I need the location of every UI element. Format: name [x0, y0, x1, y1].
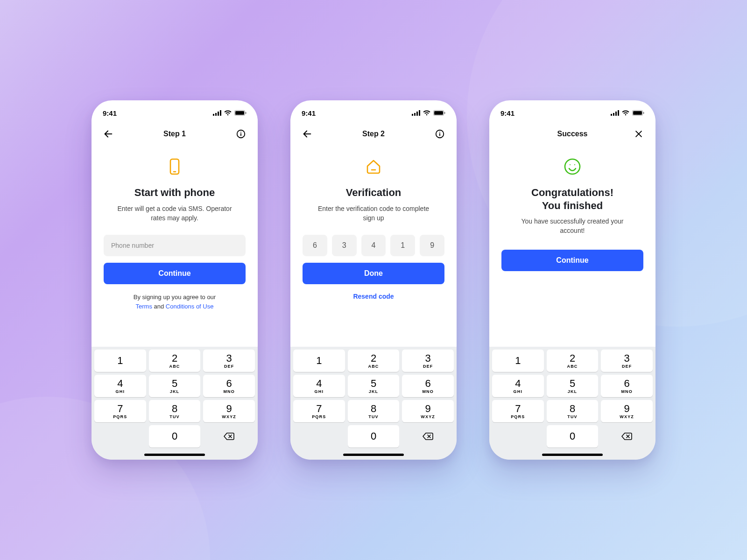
svg-rect-6: [246, 112, 247, 114]
subtext: Enter the verification code to complete …: [313, 204, 434, 223]
legal-prefix: By signing up you agree to our: [134, 294, 216, 301]
wifi-icon: [224, 110, 232, 116]
key-1[interactable]: 1: [94, 350, 146, 372]
nav-bar: Success: [489, 119, 655, 144]
svg-rect-34: [633, 111, 642, 115]
nav-bar: Step 1: [92, 119, 258, 144]
key-9[interactable]: 9WXYZ: [402, 400, 454, 422]
info-button[interactable]: [234, 127, 247, 140]
svg-rect-20: [434, 111, 443, 115]
key-7[interactable]: 7PQRS: [492, 400, 544, 422]
key-3[interactable]: 3DEF: [402, 350, 454, 372]
key-9[interactable]: 9WXYZ: [203, 400, 255, 422]
cellular-icon: [412, 110, 420, 116]
svg-point-38: [565, 159, 580, 174]
legal-mid: and: [152, 303, 166, 310]
back-button[interactable]: [102, 127, 115, 140]
heading: Start with phone: [134, 186, 215, 199]
conditions-link[interactable]: Conditions of Use: [166, 303, 214, 310]
key-delete[interactable]: [203, 425, 255, 448]
battery-icon: [433, 110, 445, 116]
heading: Congratulations! You finished: [531, 186, 613, 212]
key-0[interactable]: 0: [348, 425, 400, 448]
key-8[interactable]: 8TUV: [348, 400, 400, 422]
key-0[interactable]: 0: [149, 425, 201, 448]
arrow-left-icon: [103, 129, 113, 139]
key-1[interactable]: 1: [293, 350, 345, 372]
key-2[interactable]: 2ABC: [547, 350, 599, 372]
home-indicator: [343, 454, 404, 456]
key-3[interactable]: 3DEF: [203, 350, 255, 372]
key-0[interactable]: 0: [547, 425, 599, 448]
otp-digit-4[interactable]: 1: [390, 235, 415, 256]
svg-rect-17: [416, 112, 418, 116]
backspace-icon: [223, 432, 235, 441]
info-button[interactable]: [433, 127, 446, 140]
key-4[interactable]: 4GHI: [94, 375, 146, 397]
nav-title: Step 2: [362, 130, 385, 138]
key-5[interactable]: 5JKL: [547, 375, 599, 397]
otp-digit-1[interactable]: 6: [303, 235, 327, 256]
key-4[interactable]: 4GHI: [293, 375, 345, 397]
heading-line2: You finished: [542, 200, 603, 211]
status-bar: 9:41: [489, 100, 655, 119]
nav-bar: Step 2: [290, 119, 457, 144]
key-3[interactable]: 3DEF: [601, 350, 653, 372]
backspace-icon: [621, 432, 633, 441]
close-icon: [634, 129, 643, 139]
key-9[interactable]: 9WXYZ: [601, 400, 653, 422]
back-button[interactable]: [301, 127, 314, 140]
otp-digit-2[interactable]: 3: [332, 235, 357, 256]
phone-input[interactable]: [104, 235, 246, 256]
status-bar: 9:41: [290, 100, 457, 119]
nav-title: Step 1: [163, 130, 186, 138]
close-button[interactable]: [632, 127, 645, 140]
done-button[interactable]: Done: [303, 263, 444, 284]
key-4[interactable]: 4GHI: [492, 375, 544, 397]
key-5[interactable]: 5JKL: [149, 375, 201, 397]
info-icon: [435, 129, 445, 139]
key-delete[interactable]: [402, 425, 454, 448]
svg-rect-16: [414, 113, 416, 116]
otp-inputs: 6 3 4 1 9: [303, 235, 444, 256]
resend-code-link[interactable]: Resend code: [353, 293, 394, 300]
heading: Verification: [346, 186, 402, 199]
svg-rect-21: [444, 112, 445, 114]
key-1[interactable]: 1: [492, 350, 544, 372]
continue-button[interactable]: Continue: [501, 250, 643, 271]
status-time: 9:41: [103, 109, 117, 117]
svg-rect-29: [611, 114, 612, 116]
info-icon: [236, 129, 246, 139]
key-7[interactable]: 7PQRS: [94, 400, 146, 422]
key-blank: [94, 425, 146, 448]
key-6[interactable]: 6MNO: [203, 375, 255, 397]
svg-point-25: [439, 132, 440, 133]
legal-text: By signing up you agree to our Terms and…: [134, 293, 216, 311]
key-delete[interactable]: [601, 425, 653, 448]
home-indicator: [144, 454, 205, 456]
screen-success: 9:41 Success Congratulations! You finish…: [489, 100, 655, 460]
screen-step2: 9:41 Step 2 Verification Enter the verif…: [290, 100, 457, 460]
key-6[interactable]: 6MNO: [402, 375, 454, 397]
continue-button[interactable]: Continue: [104, 263, 246, 284]
status-bar: 9:41: [92, 100, 258, 119]
svg-point-40: [574, 164, 575, 165]
nav-spacer: [500, 127, 513, 140]
svg-rect-15: [412, 114, 413, 116]
key-6[interactable]: 6MNO: [601, 375, 653, 397]
key-5[interactable]: 5JKL: [348, 375, 400, 397]
key-2[interactable]: 2ABC: [348, 350, 400, 372]
heading-line1: Congratulations!: [531, 187, 613, 198]
key-8[interactable]: 8TUV: [149, 400, 201, 422]
svg-rect-1: [215, 113, 217, 116]
key-2[interactable]: 2ABC: [149, 350, 201, 372]
otp-digit-3[interactable]: 4: [361, 235, 386, 256]
screen-step1: 9:41 Step 1 Start with phone Enter will …: [92, 100, 258, 460]
arrow-left-icon: [302, 129, 312, 139]
key-8[interactable]: 8TUV: [547, 400, 599, 422]
key-7[interactable]: 7PQRS: [293, 400, 345, 422]
otp-digit-5[interactable]: 9: [420, 235, 444, 256]
subtext: Enter will get a code via SMS. Operator …: [114, 204, 235, 223]
svg-rect-32: [618, 110, 619, 116]
terms-link[interactable]: Terms: [136, 303, 152, 310]
